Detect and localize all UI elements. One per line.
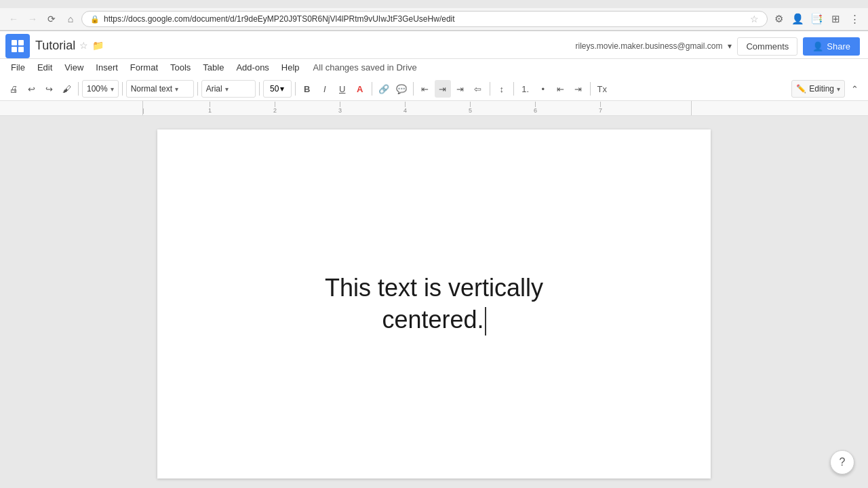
address-bar[interactable]: 🔒 https://docs.google.com/document/d/1r9…	[81, 11, 768, 27]
zoom-value: 100%	[87, 84, 108, 94]
increase-indent-button[interactable]: ⇥	[570, 80, 587, 98]
style-value: Normal text	[131, 84, 172, 94]
paintformat-button[interactable]: 🖌	[58, 80, 75, 98]
ruler-mark-7: 7	[599, 102, 602, 114]
autosave-message: All changes saved in Drive	[313, 62, 417, 73]
apps-icon[interactable]: ⊞	[827, 11, 844, 27]
gdocs-menubar: File Edit View Insert Format Tools Table…	[0, 59, 868, 77]
menu-help[interactable]: Help	[276, 60, 305, 75]
align-center-button[interactable]: ⇥	[435, 80, 451, 98]
browser-titlebar	[0, 0, 868, 8]
gdocs-app: Tutorial ☆ 📁 rileys.movie.maker.business…	[0, 31, 868, 488]
numbered-list-button[interactable]: 1.	[517, 80, 534, 98]
ruler-mark-3: 3	[338, 102, 342, 114]
separator-3	[197, 82, 198, 96]
star-icon[interactable]: ☆	[79, 40, 88, 51]
share-icon: 👤	[812, 41, 823, 52]
style-select[interactable]: Normal text ▾	[126, 80, 194, 98]
reload-button[interactable]: ⟳	[43, 11, 60, 27]
gdocs-toolbar: 🖨 ↩ ↪ 🖌 100% ▾ Normal text ▾ Arial ▾ 50 …	[0, 77, 868, 101]
ruler-mark-5: 5	[469, 102, 472, 114]
share-label: Share	[827, 41, 850, 52]
bookmark-icon[interactable]: ☆	[750, 14, 759, 24]
ruler: 1 2 3 4 5 6 7	[0, 101, 868, 116]
extensions-icon[interactable]: ⚙	[770, 11, 787, 27]
menu-table[interactable]: Table	[197, 60, 229, 75]
separator-4	[259, 82, 260, 96]
document-body[interactable]: This text is verticallycentered.	[0, 116, 868, 488]
align-left-button[interactable]: ⇤	[417, 80, 433, 98]
separator-1	[78, 82, 79, 96]
undo-button[interactable]: ↩	[23, 80, 39, 98]
separator-6	[372, 82, 372, 96]
comment-button[interactable]: 💬	[393, 80, 410, 98]
font-size-select[interactable]: 50 ▾	[263, 80, 292, 98]
account-arrow[interactable]: ▾	[728, 41, 732, 51]
decrease-indent-button[interactable]: ⇤	[553, 80, 569, 98]
zoom-arrow: ▾	[111, 85, 114, 93]
editing-label: Editing	[809, 84, 834, 94]
gdocs-logo	[5, 34, 30, 58]
bookmarks-icon[interactable]: 📑	[808, 11, 825, 27]
print-button[interactable]: 🖨	[5, 80, 22, 98]
help-button[interactable]: ?	[830, 450, 854, 474]
collapse-toolbar-button[interactable]: ⌃	[846, 80, 863, 98]
ruler-mark-0	[143, 108, 144, 114]
folder-icon[interactable]: 📁	[92, 40, 104, 51]
menu-edit[interactable]: Edit	[32, 60, 58, 75]
menu-file[interactable]: File	[5, 60, 31, 75]
home-button[interactable]: ⌂	[62, 11, 79, 27]
more-icon[interactable]: ⋮	[846, 11, 863, 27]
bold-button[interactable]: B	[299, 80, 315, 98]
redo-button[interactable]: ↪	[41, 80, 57, 98]
menu-insert[interactable]: Insert	[90, 60, 123, 75]
bullet-list-button[interactable]: •	[535, 80, 551, 98]
separator-7	[413, 82, 414, 96]
size-value: 50	[270, 84, 279, 94]
zoom-select[interactable]: 100% ▾	[82, 80, 119, 98]
url-display: https://docs.google.com/document/d/1r9de…	[104, 14, 455, 24]
underline-button[interactable]: U	[334, 80, 351, 98]
separator-8	[490, 82, 490, 96]
profile-icon[interactable]: 👤	[789, 11, 806, 27]
text-color-button[interactable]: A	[352, 80, 368, 98]
top-right-area: rileys.movie.maker.business@gmail.com ▾ …	[576, 37, 863, 56]
menu-view[interactable]: View	[59, 60, 89, 75]
ruler-mark-1: 1	[208, 102, 212, 114]
title-row: Tutorial ☆ 📁	[35, 39, 570, 54]
forward-button[interactable]: →	[24, 11, 41, 27]
gdocs-topbar: Tutorial ☆ 📁 rileys.movie.maker.business…	[0, 31, 868, 59]
back-button[interactable]: ←	[5, 11, 22, 27]
share-button[interactable]: 👤 Share	[803, 37, 860, 56]
editing-icon: ✏️	[796, 84, 806, 94]
font-arrow: ▾	[225, 85, 229, 93]
document-title[interactable]: Tutorial	[35, 39, 75, 53]
document-content[interactable]: This text is verticallycentered.	[218, 272, 650, 336]
editing-select[interactable]: ✏️ Editing ▾	[791, 80, 845, 98]
separator-9	[513, 82, 514, 96]
browser-chrome: ← → ⟳ ⌂ 🔒 https://docs.google.com/docume…	[0, 0, 868, 31]
comments-button[interactable]: Comments	[737, 37, 797, 56]
text-cursor	[485, 307, 486, 336]
ruler-mark-4: 4	[403, 102, 407, 114]
menu-tools[interactable]: Tools	[165, 60, 196, 75]
italic-button[interactable]: I	[317, 80, 333, 98]
user-email[interactable]: rileys.movie.maker.business@gmail.com	[576, 41, 723, 51]
link-button[interactable]: 🔗	[376, 80, 392, 98]
menu-addons[interactable]: Add-ons	[231, 60, 274, 75]
separator-10	[590, 82, 591, 96]
ruler-inner: 1 2 3 4 5 6 7	[142, 101, 692, 115]
editing-arrow: ▾	[837, 85, 840, 93]
font-value: Arial	[206, 84, 222, 94]
size-arrow: ▾	[280, 84, 284, 94]
secure-icon: 🔒	[90, 15, 100, 24]
separator-2	[122, 82, 123, 96]
document-page[interactable]: This text is verticallycentered.	[157, 129, 711, 479]
align-justify-button[interactable]: ⇦	[470, 80, 486, 98]
font-select[interactable]: Arial ▾	[201, 80, 256, 98]
line-spacing-button[interactable]: ↕	[494, 80, 510, 98]
menu-format[interactable]: Format	[125, 60, 163, 75]
clear-format-button[interactable]: Tx	[594, 80, 610, 98]
document-text[interactable]: This text is verticallycentered.	[218, 272, 650, 336]
align-right-button[interactable]: ⇥	[452, 80, 469, 98]
